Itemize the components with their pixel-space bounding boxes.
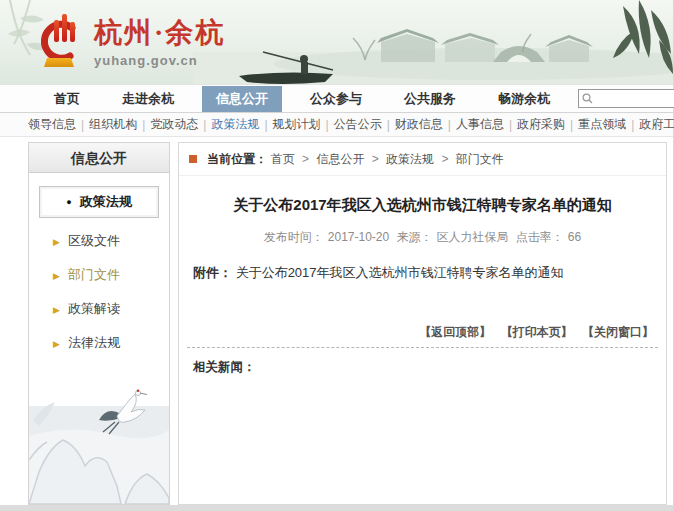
- page-actions: 【返回顶部】 【打印本页】 【关闭窗口】: [179, 324, 654, 341]
- subnav-announcements[interactable]: 公告公示: [334, 116, 382, 133]
- subnav-separator: |: [570, 118, 573, 132]
- publish-time-label: 发布时间：: [264, 230, 324, 244]
- breadcrumb-label: 当前位置：: [207, 152, 267, 166]
- breadcrumb-square-icon: [189, 155, 197, 163]
- tab-public-participation[interactable]: 公众参与: [296, 86, 376, 112]
- breadcrumb: 当前位置： 首页 > 信息公开 > 政策法规 > 部门文件: [179, 143, 666, 176]
- subnav-personnel[interactable]: 人事信息: [456, 116, 504, 133]
- breadcrumb-policies[interactable]: 政策法规: [386, 152, 434, 166]
- subnav-separator: |: [387, 118, 390, 132]
- hits-value: 66: [568, 230, 581, 244]
- print-page-link[interactable]: 【打印本页】: [501, 325, 573, 339]
- publish-time-value: 2017-10-20: [328, 230, 389, 244]
- breadcrumb-separator: >: [441, 152, 448, 166]
- tab-info-disclosure[interactable]: 信息公开: [202, 86, 282, 112]
- source-label: 来源：: [397, 230, 433, 244]
- sidebar-title: 信息公开: [29, 143, 169, 173]
- subnav-planning[interactable]: 规划计划: [273, 116, 321, 133]
- attachment-link[interactable]: 关于公布2017年我区入选杭州市钱江特聘专家名单的通知: [236, 265, 564, 280]
- tab-home[interactable]: 首页: [40, 86, 94, 112]
- sidebar-item-policy-interpretation[interactable]: ▶政策解读: [29, 292, 169, 326]
- arrow-right-icon: ▶: [53, 237, 60, 247]
- search-area: 搜索: [578, 89, 674, 109]
- site-logo[interactable]: 杭州·余杭 yuhang.gov.cn: [30, 12, 225, 70]
- subnav-separator: |: [142, 118, 145, 132]
- related-news-label: 相关新闻：: [193, 359, 666, 376]
- main-navigation: 首页 走进余杭 信息公开 公众参与 公共服务 畅游余杭 搜索: [0, 84, 673, 113]
- subnav-policies[interactable]: 政策法规: [211, 116, 259, 133]
- page: 杭州·余杭 yuhang.gov.cn 首页 走进余杭 信息公开 公众参与 公共…: [0, 0, 674, 511]
- sub-navigation: 领导信息| 组织机构| 党政动态| 政策法规| 规划计划| 公告公示| 财政信息…: [0, 113, 673, 137]
- sidebar-list: ▶区级文件 ▶部门文件 ▶政策解读 ▶法律法规: [29, 224, 169, 360]
- subnav-party-news[interactable]: 党政动态: [150, 116, 198, 133]
- sidebar-category-policies[interactable]: ●政策法规: [39, 186, 159, 218]
- breadcrumb-separator: >: [302, 152, 309, 166]
- crane-ink-painting: [29, 376, 169, 504]
- subnav-procurement[interactable]: 政府采购: [517, 116, 565, 133]
- sidebar-category-label: 政策法规: [80, 194, 132, 209]
- attachment-row: 附件： 关于公布2017年我区入选杭州市钱江特聘专家名单的通知: [193, 264, 666, 282]
- subnav-organization[interactable]: 组织机构: [89, 116, 137, 133]
- arrow-right-icon: ▶: [53, 339, 60, 349]
- subnav-separator: |: [203, 118, 206, 132]
- sidebar-item-department-documents[interactable]: ▶部门文件: [29, 258, 169, 292]
- subnav-separator: |: [509, 118, 512, 132]
- dashed-divider: [187, 347, 658, 348]
- breadcrumb-info-disclosure[interactable]: 信息公开: [316, 152, 364, 166]
- page-bottom-strip: [0, 505, 673, 511]
- arrow-right-icon: ▶: [53, 305, 60, 315]
- subnav-separator: |: [81, 118, 84, 132]
- breadcrumb-home[interactable]: 首页: [271, 152, 295, 166]
- article-title: 关于公布2017年我区入选杭州市钱江特聘专家名单的通知: [179, 196, 666, 215]
- source-value: 区人力社保局: [437, 230, 509, 244]
- back-to-top-link[interactable]: 【返回顶部】: [419, 325, 491, 339]
- subnav-separator: |: [264, 118, 267, 132]
- site-name: 杭州·余杭: [94, 14, 225, 52]
- logo-icon: [30, 12, 84, 70]
- hits-label: 点击率：: [516, 230, 564, 244]
- subnav-separator: |: [631, 118, 634, 132]
- arrow-right-icon: ▶: [53, 271, 60, 281]
- bullet-icon: ●: [66, 197, 71, 207]
- subnav-separator: |: [448, 118, 451, 132]
- search-icon: [582, 93, 593, 104]
- subnav-leader-info[interactable]: 领导信息: [28, 116, 76, 133]
- tab-travel-yuhang[interactable]: 畅游余杭: [484, 86, 564, 112]
- content-area: 信息公开 ●政策法规 ▶区级文件 ▶部门文件 ▶政策解读 ▶法律法规: [0, 137, 673, 505]
- main-panel: 当前位置： 首页 > 信息公开 > 政策法规 > 部门文件 关于公布2017年我…: [178, 142, 667, 505]
- watertown-ink-painting: [193, 0, 673, 84]
- sidebar-item-district-documents[interactable]: ▶区级文件: [29, 224, 169, 258]
- tab-about-yuhang[interactable]: 走进余杭: [108, 86, 188, 112]
- sidebar: 信息公开 ●政策法规 ▶区级文件 ▶部门文件 ▶政策解读 ▶法律法规: [28, 142, 170, 505]
- subnav-key-areas[interactable]: 重点领域: [578, 116, 626, 133]
- close-window-link[interactable]: 【关闭窗口】: [582, 325, 654, 339]
- breadcrumb-separator: >: [372, 152, 379, 166]
- site-header: 杭州·余杭 yuhang.gov.cn: [0, 0, 673, 84]
- attachment-label: 附件：: [193, 265, 232, 280]
- site-url: yuhang.gov.cn: [94, 53, 225, 68]
- tab-public-service[interactable]: 公共服务: [390, 86, 470, 112]
- breadcrumb-department-documents[interactable]: 部门文件: [456, 152, 504, 166]
- sidebar-item-laws-regulations[interactable]: ▶法律法规: [29, 326, 169, 360]
- subnav-work-report[interactable]: 政府工作报告: [639, 116, 674, 133]
- subnav-separator: |: [326, 118, 329, 132]
- article-meta: 发布时间：2017-10-20 来源：区人力社保局 点击率：66: [179, 229, 666, 246]
- subnav-fiscal-info[interactable]: 财政信息: [395, 116, 443, 133]
